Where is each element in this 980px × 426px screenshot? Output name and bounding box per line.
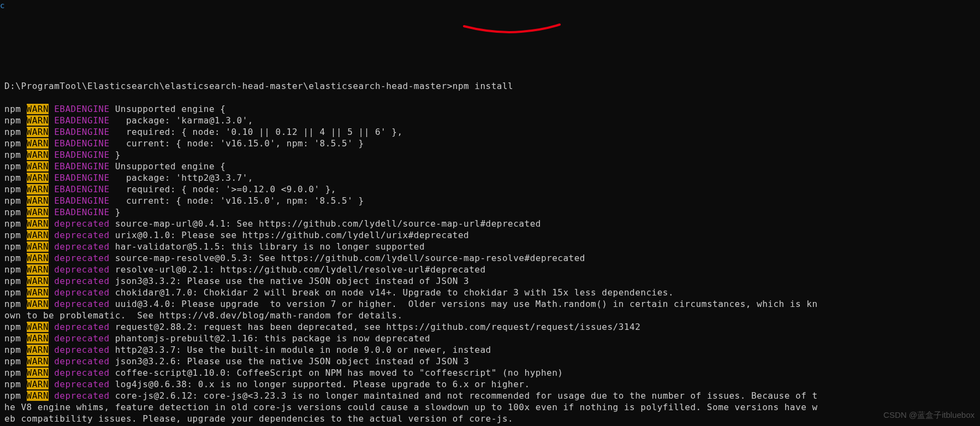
warn-tag: WARN (27, 115, 49, 126)
warn-code: deprecated (54, 276, 109, 286)
log-lines: npm WARN EBADENGINE Unsupported engine {… (4, 103, 980, 424)
warn-code: EBADENGINE (54, 138, 109, 149)
warn-code: deprecated (54, 299, 109, 309)
warn-tag: WARN (27, 368, 49, 378)
npm-prefix: npm (4, 276, 27, 286)
log-line: npm WARN deprecated http2@3.3.7: Use the… (4, 344, 980, 356)
warn-code: deprecated (54, 287, 109, 298)
warn-message: urix@0.1.0: Please see https://github.co… (110, 230, 470, 240)
npm-prefix: npm (4, 241, 27, 252)
warn-tag: WARN (27, 322, 49, 332)
warn-message: coffee-script@1.10.0: CoffeeScript on NP… (110, 368, 563, 378)
log-line: he V8 engine whims, feature detection in… (4, 401, 980, 413)
log-line: npm WARN EBADENGINE Unsupported engine { (4, 103, 980, 115)
npm-prefix: npm (4, 356, 27, 366)
log-line: npm WARN deprecated urix@0.1.0: Please s… (4, 229, 980, 241)
warn-tag: WARN (27, 196, 49, 206)
log-line: npm WARN deprecated coffee-script@1.10.0… (4, 367, 980, 378)
warn-code: EBADENGINE (54, 196, 109, 206)
warn-tag: WARN (27, 264, 49, 275)
warn-code: deprecated (54, 218, 109, 229)
log-line: npm WARN deprecated phantomjs-prebuilt@2… (4, 333, 980, 344)
warn-message: Unsupported engine { (110, 161, 226, 171)
warn-code: deprecated (54, 390, 109, 401)
npm-prefix: npm (4, 345, 27, 355)
warn-code: EBADENGINE (54, 127, 109, 137)
warn-tag: WARN (27, 218, 49, 229)
log-line: npm WARN EBADENGINE Unsupported engine { (4, 161, 980, 172)
warn-message: request@2.88.2: request has been depreca… (110, 322, 641, 332)
warn-tag: WARN (27, 276, 49, 286)
warn-code: deprecated (54, 333, 109, 344)
npm-prefix: npm (4, 161, 27, 171)
warn-message: package: 'http2@3.3.7', (110, 173, 253, 183)
warn-tag: WARN (27, 287, 49, 298)
warn-tag: WARN (27, 138, 49, 149)
npm-prefix: npm (4, 127, 27, 137)
log-line: npm WARN deprecated har-validator@5.1.5:… (4, 241, 980, 252)
warn-tag: WARN (27, 253, 49, 263)
npm-prefix: npm (4, 138, 27, 149)
warn-message: resolve-url@0.2.1: https://github.com/ly… (110, 264, 486, 275)
warn-message: } (110, 207, 121, 217)
warn-tag: WARN (27, 379, 49, 389)
npm-prefix: npm (4, 379, 27, 389)
warn-message: http2@3.3.7: Use the built-in module in … (110, 345, 491, 355)
watermark-text: CSDN @蓝盒子itbluebox (883, 409, 975, 421)
warn-code: EBADENGINE (54, 161, 109, 171)
warn-message: chokidar@1.7.0: Chokidar 2 will break on… (110, 287, 674, 298)
log-line: npm WARN EBADENGINE required: { node: '0… (4, 126, 980, 138)
log-line: npm WARN deprecated chokidar@1.7.0: Chok… (4, 287, 980, 298)
npm-prefix: npm (4, 368, 27, 378)
warn-tag: WARN (27, 127, 49, 137)
prompt-command: npm install (453, 81, 513, 91)
warn-message: package: 'karma@1.3.0', (110, 115, 253, 126)
warn-message: uuid@3.4.0: Please upgrade to version 7 … (110, 299, 818, 309)
npm-prefix: npm (4, 196, 27, 206)
log-line: npm WARN EBADENGINE current: { node: 'v1… (4, 195, 980, 206)
warn-tag: WARN (27, 299, 49, 309)
npm-prefix: npm (4, 104, 27, 114)
warn-tag: WARN (27, 356, 49, 366)
npm-prefix: npm (4, 299, 27, 309)
npm-prefix: npm (4, 184, 27, 194)
warn-message: source-map-resolve@0.5.3: See https://gi… (110, 253, 585, 263)
log-line: npm WARN deprecated request@2.88.2: requ… (4, 321, 980, 333)
warn-tag: WARN (27, 333, 49, 344)
log-line: npm WARN deprecated source-map-resolve@0… (4, 252, 980, 264)
npm-prefix: npm (4, 333, 27, 344)
warn-message: he V8 engine whims, feature detection in… (4, 402, 818, 412)
warn-message: har-validator@5.1.5: this library is no … (110, 241, 425, 252)
npm-prefix: npm (4, 173, 27, 183)
warn-tag: WARN (27, 241, 49, 252)
log-line: npm WARN EBADENGINE required: { node: '>… (4, 184, 980, 195)
prompt-path: D:\ProgramTool\Elasticsearch\elasticsear… (4, 81, 453, 91)
log-line: npm WARN deprecated json3@3.2.6: Please … (4, 356, 980, 367)
log-line: npm WARN EBADENGINE current: { node: 'v1… (4, 138, 980, 149)
warn-code: deprecated (54, 368, 109, 378)
log-line: own to be problematic. See https://v8.de… (4, 310, 980, 321)
npm-prefix: npm (4, 230, 27, 240)
warn-message: eb compatibility issues. Please, upgrade… (4, 413, 513, 424)
npm-prefix: npm (4, 264, 27, 275)
warn-message: core-js@2.6.12: core-js@<3.23.3 is no lo… (110, 390, 818, 401)
log-line: npm WARN deprecated json3@3.3.2: Please … (4, 275, 980, 287)
log-line: npm WARN deprecated uuid@3.4.0: Please u… (4, 298, 980, 310)
log-line: npm WARN EBADENGINE package: 'karma@1.3.… (4, 115, 980, 126)
npm-prefix: npm (4, 115, 27, 126)
warn-code: EBADENGINE (54, 150, 109, 160)
warn-tag: WARN (27, 104, 49, 114)
warn-code: deprecated (54, 264, 109, 275)
terminal-output[interactable]: D:\ProgramTool\Elasticsearch\elasticsear… (0, 69, 980, 426)
warn-message: log4js@0.6.38: 0.x is no longer supporte… (110, 379, 530, 389)
npm-prefix: npm (4, 390, 27, 401)
log-line: npm WARN deprecated source-map-url@0.4.1… (4, 218, 980, 229)
warn-tag: WARN (27, 173, 49, 183)
log-line: npm WARN EBADENGINE } (4, 206, 980, 218)
warn-tag: WARN (27, 230, 49, 240)
left-marker-icon: c (0, 0, 4, 11)
warn-message: current: { node: 'v16.15.0', npm: '8.5.5… (110, 138, 364, 149)
warn-message: source-map-url@0.4.1: See https://github… (110, 218, 541, 229)
warn-code: deprecated (54, 356, 109, 366)
warn-tag: WARN (27, 207, 49, 217)
